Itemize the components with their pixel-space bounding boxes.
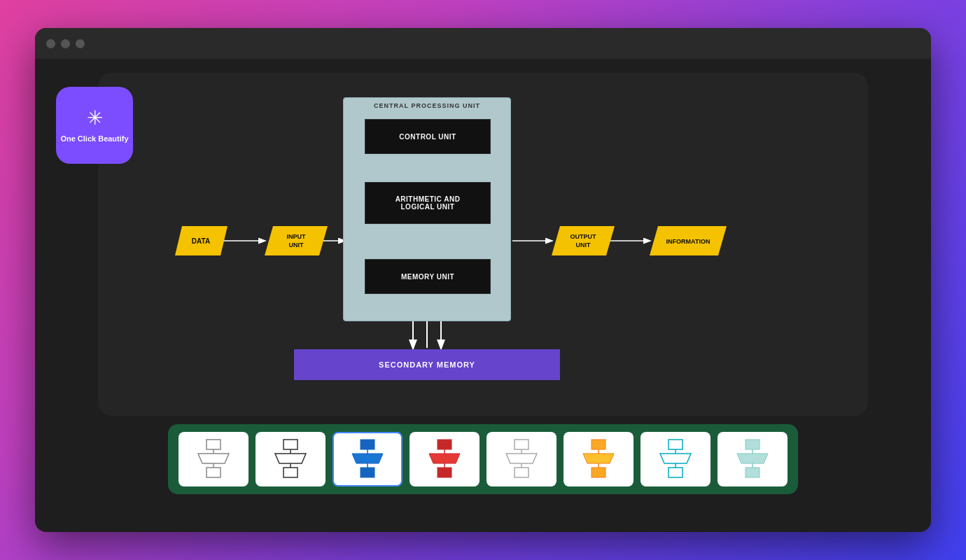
ocb-badge[interactable]: ✳ One Click Beautify: [56, 87, 133, 164]
svg-marker-26: [198, 454, 229, 463]
thumbnail-5[interactable]: [486, 432, 556, 486]
close-button[interactable]: [46, 39, 55, 48]
svg-rect-45: [514, 440, 528, 449]
control-unit-block: CONTROL UNIT: [365, 119, 491, 154]
svg-rect-30: [284, 440, 298, 449]
svg-text:UNIT: UNIT: [576, 241, 591, 248]
svg-marker-61: [737, 454, 768, 463]
svg-rect-35: [360, 440, 374, 449]
thumbnail-8[interactable]: [718, 432, 788, 486]
svg-marker-41: [429, 454, 460, 463]
cpu-box: CENTRAL PROCESSING UNIT CONTROL UNIT ARI…: [343, 97, 511, 321]
secondary-memory-block: SECONDARY MEMORY: [294, 349, 560, 380]
svg-marker-36: [352, 454, 383, 463]
svg-rect-60: [746, 440, 760, 449]
svg-text:DATA: DATA: [192, 237, 210, 245]
cpu-label: CENTRAL PROCESSING UNIT: [344, 102, 510, 109]
svg-marker-17: [265, 226, 328, 255]
svg-rect-62: [746, 468, 760, 477]
information-block: INFORMATION: [650, 226, 727, 255]
maximize-button[interactable]: [76, 39, 85, 48]
window-content: ✳ One Click Beautify: [35, 59, 931, 532]
svg-rect-52: [592, 468, 606, 477]
titlebar: [35, 28, 931, 59]
data-block: DATA: [175, 226, 227, 255]
diagram-canvas: DATA INPUT UNIT CENTRAL PROCESSING UNIT: [147, 90, 819, 398]
svg-rect-37: [360, 468, 374, 477]
ocb-label: One Click Beautify: [60, 134, 128, 144]
thumbnail-7[interactable]: [640, 432, 710, 486]
thumbnail-1[interactable]: [178, 432, 248, 486]
svg-rect-42: [438, 468, 451, 477]
thumbnail-2[interactable]: [255, 432, 326, 486]
svg-rect-50: [592, 440, 606, 449]
svg-marker-51: [583, 454, 614, 463]
input-unit-block: INPUT UNIT: [265, 226, 328, 255]
thumbnail-4[interactable]: [410, 432, 479, 486]
svg-rect-57: [668, 468, 682, 477]
minimize-button[interactable]: [61, 39, 70, 48]
ocb-icon: ✳: [87, 106, 103, 130]
thumbnail-3[interactable]: [332, 432, 402, 486]
svg-marker-20: [552, 226, 615, 255]
diagram-area: DATA INPUT UNIT CENTRAL PROCESSING UNIT: [98, 73, 868, 416]
alu-block: ARITHMETIC AND LOGICAL UNIT: [365, 182, 491, 224]
svg-rect-40: [438, 440, 451, 449]
svg-text:UNIT: UNIT: [289, 241, 304, 248]
svg-marker-56: [660, 454, 691, 463]
svg-rect-32: [284, 468, 298, 477]
svg-rect-27: [206, 468, 220, 477]
main-window: ✳ One Click Beautify: [35, 28, 931, 532]
svg-rect-25: [206, 440, 220, 449]
svg-text:OUTPUT: OUTPUT: [570, 233, 597, 240]
output-unit-block: OUTPUT UNIT: [552, 226, 615, 255]
svg-marker-46: [506, 454, 537, 463]
svg-text:INPUT: INPUT: [287, 233, 307, 240]
thumbnail-6[interactable]: [564, 432, 634, 486]
svg-marker-31: [275, 454, 306, 463]
memory-unit-block: MEMORY UNIT: [365, 259, 491, 294]
svg-rect-55: [668, 440, 682, 449]
thumbnail-bar: [168, 424, 798, 494]
svg-text:INFORMATION: INFORMATION: [666, 238, 710, 245]
svg-rect-47: [514, 468, 528, 477]
